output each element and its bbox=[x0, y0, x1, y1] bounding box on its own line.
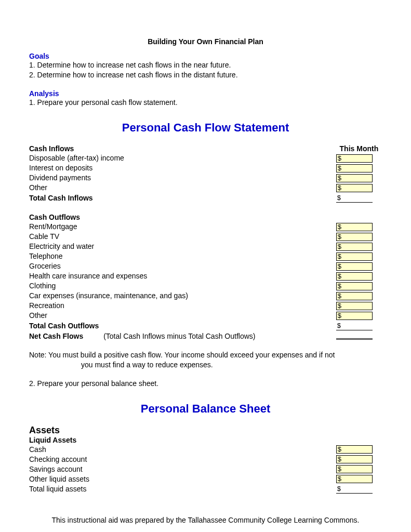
total-outflows-label: Total Cash Outflows bbox=[29, 321, 336, 331]
amount-input[interactable]: $ bbox=[336, 475, 373, 483]
total-inflows-label: Total Cash Inflows bbox=[29, 193, 336, 203]
amount-input[interactable]: $ bbox=[336, 282, 373, 290]
total-liquid-label: Total liquid assets bbox=[29, 484, 336, 494]
amount-input[interactable]: $ bbox=[336, 272, 373, 281]
analysis-item-2: 2. Prepare your personal balance sheet. bbox=[29, 379, 382, 389]
amount-input[interactable]: $ bbox=[336, 262, 373, 271]
amount-input[interactable]: $ bbox=[336, 174, 373, 182]
amount-input[interactable]: $ bbox=[336, 292, 373, 300]
outflow-label: Recreation bbox=[29, 301, 336, 311]
liquid-assets-heading: Liquid Assets bbox=[29, 436, 382, 444]
asset-label: Savings account bbox=[29, 464, 336, 474]
outflow-label: Car expenses (insurance, maintenance, an… bbox=[29, 291, 336, 301]
outflow-label: Groceries bbox=[29, 261, 336, 271]
net-cash-flows-row: Net Cash Flows (Total Cash Inflows minus… bbox=[29, 331, 336, 342]
document-title: Building Your Own Financial Plan bbox=[29, 37, 382, 46]
amount-input[interactable]: $ bbox=[336, 243, 373, 251]
outflow-label: Health care insurance and expenses bbox=[29, 271, 336, 281]
outflow-label: Telephone bbox=[29, 251, 336, 261]
cashflow-table: Cash Inflows This Month Disposable (afte… bbox=[29, 144, 382, 342]
outflow-label: Other bbox=[29, 311, 336, 321]
outflow-label: Rent/Mortgage bbox=[29, 222, 336, 232]
goals-item: 1. Determine how to increase net cash fl… bbox=[29, 60, 382, 70]
outflow-label: Clothing bbox=[29, 281, 336, 291]
asset-label: Checking account bbox=[29, 454, 336, 464]
amount-input[interactable]: $ bbox=[336, 223, 373, 231]
outflow-label: Cable TV bbox=[29, 232, 336, 242]
amount-input[interactable]: $ bbox=[336, 154, 373, 163]
inflow-label: Dividend payments bbox=[29, 173, 336, 183]
outflow-label: Electricity and water bbox=[29, 242, 336, 251]
analysis-heading: Analysis bbox=[29, 89, 382, 98]
outflows-heading: Cash Outflows bbox=[29, 212, 336, 222]
liquid-assets-table: Cash$ Checking account$ Savings account$… bbox=[29, 444, 382, 494]
footer-text: This instructional aid was prepared by t… bbox=[29, 516, 382, 524]
cashflow-title: Personal Cash Flow Statement bbox=[29, 121, 382, 135]
page: Building Your Own Financial Plan Goals 1… bbox=[0, 0, 411, 532]
net-note: (Total Cash Inflows minus Total Cash Out… bbox=[103, 332, 255, 340]
goals-heading: Goals bbox=[29, 52, 382, 60]
amount-input[interactable]: $ bbox=[336, 455, 373, 463]
note-line2: you must find a way to reduce expenses. bbox=[29, 360, 382, 370]
asset-label: Other liquid assets bbox=[29, 474, 336, 484]
total-liquid-value: $ bbox=[336, 485, 373, 494]
column-header: This Month bbox=[336, 144, 382, 153]
amount-input[interactable]: $ bbox=[336, 184, 373, 192]
asset-label: Cash bbox=[29, 444, 336, 454]
inflows-heading: Cash Inflows bbox=[29, 144, 336, 153]
total-outflows-value: $ bbox=[336, 322, 373, 330]
amount-input[interactable]: $ bbox=[336, 312, 373, 320]
inflow-label: Disposable (after-tax) income bbox=[29, 153, 336, 163]
amount-input[interactable]: $ bbox=[336, 233, 373, 241]
amount-input[interactable]: $ bbox=[336, 252, 373, 261]
assets-heading: Assets bbox=[29, 425, 382, 436]
amount-input[interactable]: $ bbox=[336, 445, 373, 454]
analysis-item: 1. Prepare your personal cash flow state… bbox=[29, 98, 382, 108]
inflow-label: Other bbox=[29, 183, 336, 193]
inflow-label: Interest on deposits bbox=[29, 163, 336, 173]
goals-item: 2. Determine how to increase net cash fl… bbox=[29, 70, 382, 80]
total-inflows-value: $ bbox=[336, 194, 373, 203]
note-line1: Note: You must build a positive cash flo… bbox=[29, 350, 382, 360]
amount-input[interactable]: $ bbox=[336, 164, 373, 172]
amount-input[interactable]: $ bbox=[336, 302, 373, 310]
net-value bbox=[336, 331, 373, 340]
amount-input[interactable]: $ bbox=[336, 465, 373, 473]
balance-title: Personal Balance Sheet bbox=[29, 402, 382, 416]
net-label: Net Cash Flows bbox=[29, 332, 83, 340]
